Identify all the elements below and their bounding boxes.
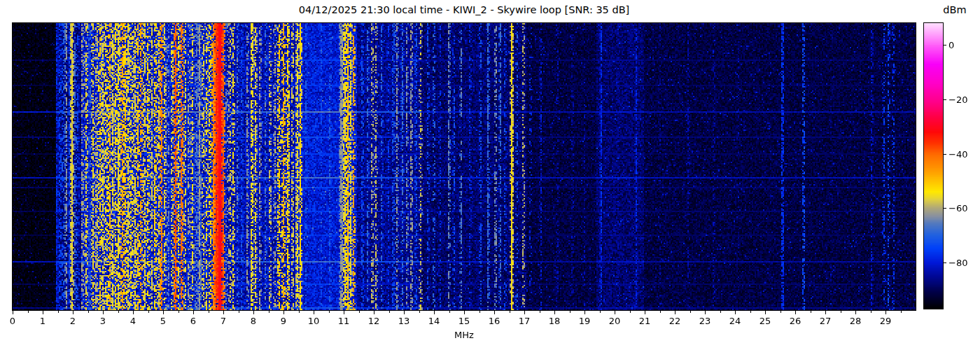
x-minor-tick-mark (690, 311, 691, 313)
x-tick-label: 28 (844, 316, 867, 326)
colorbar-tick-mark (944, 208, 946, 209)
x-tick-mark (133, 311, 134, 314)
colorbar-tick-mark (944, 45, 946, 46)
x-tick-mark (464, 311, 465, 314)
x-tick-label: 24 (723, 316, 747, 326)
x-tick-label: 6 (181, 316, 205, 326)
x-minor-tick-mark (871, 311, 872, 313)
x-minor-tick-mark (329, 311, 330, 313)
x-tick-mark (615, 311, 615, 314)
x-minor-tick-mark (540, 311, 540, 313)
x-tick-mark (43, 311, 43, 314)
x-tick-label: 7 (211, 316, 235, 326)
x-minor-tick-mark (239, 311, 239, 313)
x-tick-label: 13 (392, 316, 416, 326)
x-tick-label: 12 (362, 316, 386, 326)
x-tick-label: 25 (753, 316, 777, 326)
x-tick-label: 26 (783, 316, 807, 326)
x-minor-tick-mark (479, 311, 480, 313)
x-minor-tick-mark (600, 311, 601, 313)
x-minor-tick-mark (28, 311, 29, 313)
x-minor-tick-mark (660, 311, 661, 313)
x-tick-label: 10 (302, 316, 326, 326)
x-minor-tick-mark (750, 311, 751, 313)
colorbar-tick-mark (944, 154, 946, 155)
x-tick-label: 11 (332, 316, 356, 326)
colorbar-tick-label: −40 (948, 150, 976, 159)
x-minor-tick-mark (148, 311, 149, 313)
x-minor-tick-mark (389, 311, 390, 313)
x-tick-mark (524, 311, 525, 314)
colorbar-tick-mark (944, 99, 946, 100)
x-tick-mark (374, 311, 374, 314)
x-minor-tick-mark (510, 311, 510, 313)
x-minor-tick-mark (299, 311, 300, 313)
x-tick-label: 5 (151, 316, 175, 326)
x-tick-mark (253, 311, 254, 314)
x-minor-tick-mark (780, 311, 781, 313)
x-tick-label: 27 (813, 316, 837, 326)
x-tick-mark (705, 311, 706, 314)
x-tick-mark (855, 311, 856, 314)
waterfall-figure: 04/12/2025 21:30 local time - KIWI_2 - S… (0, 0, 980, 350)
colorbar-tick-label: 0 (948, 41, 976, 50)
x-tick-mark (314, 311, 314, 314)
x-tick-mark (795, 311, 796, 314)
x-tick-mark (193, 311, 194, 314)
x-tick-mark (434, 311, 435, 314)
x-tick-mark (223, 311, 224, 314)
x-tick-mark (645, 311, 645, 314)
x-minor-tick-mark (88, 311, 89, 313)
x-tick-mark (765, 311, 766, 314)
x-tick-label: 18 (542, 316, 566, 326)
x-minor-tick-mark (359, 311, 360, 313)
x-tick-mark (886, 311, 886, 314)
x-tick-mark (584, 311, 585, 314)
x-minor-tick-mark (841, 311, 841, 313)
x-minor-tick-mark (901, 311, 902, 313)
x-tick-label: 22 (663, 316, 687, 326)
x-tick-label: 17 (512, 316, 536, 326)
x-minor-tick-mark (449, 311, 450, 313)
x-tick-label: 2 (61, 316, 85, 326)
x-axis-label: MHz (13, 330, 916, 340)
x-minor-tick-mark (720, 311, 721, 313)
x-minor-tick-mark (269, 311, 270, 313)
x-minor-tick-mark (811, 311, 811, 313)
x-tick-mark (735, 311, 736, 314)
colorbar-tick-label: −80 (948, 258, 976, 267)
x-tick-mark (494, 311, 495, 314)
x-tick-mark (163, 311, 164, 314)
x-minor-tick-mark (209, 311, 209, 313)
colorbar-tick-label: −20 (948, 95, 976, 104)
x-tick-label: 19 (573, 316, 596, 326)
x-tick-mark (675, 311, 676, 314)
colorbar-unit-label: dBm (935, 4, 974, 15)
colorbar-gradient-canvas (924, 23, 943, 309)
x-minor-tick-mark (570, 311, 570, 313)
x-tick-mark (73, 311, 74, 314)
x-tick-mark (404, 311, 405, 314)
x-tick-label: 14 (422, 316, 446, 326)
plot-title: 04/12/2025 21:30 local time - KIWI_2 - S… (13, 4, 916, 15)
x-tick-mark (825, 311, 826, 314)
x-tick-label: 20 (603, 316, 626, 326)
x-tick-label: 29 (874, 316, 897, 326)
x-tick-label: 23 (693, 316, 717, 326)
x-tick-label: 3 (91, 316, 115, 326)
x-tick-label: 0 (1, 316, 24, 326)
x-minor-tick-mark (178, 311, 179, 313)
x-tick-label: 9 (272, 316, 295, 326)
colorbar-tick-mark (944, 262, 946, 263)
x-tick-label: 15 (452, 316, 476, 326)
x-minor-tick-mark (118, 311, 119, 313)
x-minor-tick-mark (58, 311, 59, 313)
x-minor-tick-mark (630, 311, 631, 313)
x-tick-label: 21 (633, 316, 657, 326)
x-tick-label: 1 (31, 316, 55, 326)
x-tick-label: 4 (121, 316, 145, 326)
x-minor-tick-mark (419, 311, 420, 313)
x-tick-mark (103, 311, 104, 314)
colorbar-tick-label: −60 (948, 204, 976, 213)
x-tick-label: 8 (241, 316, 265, 326)
